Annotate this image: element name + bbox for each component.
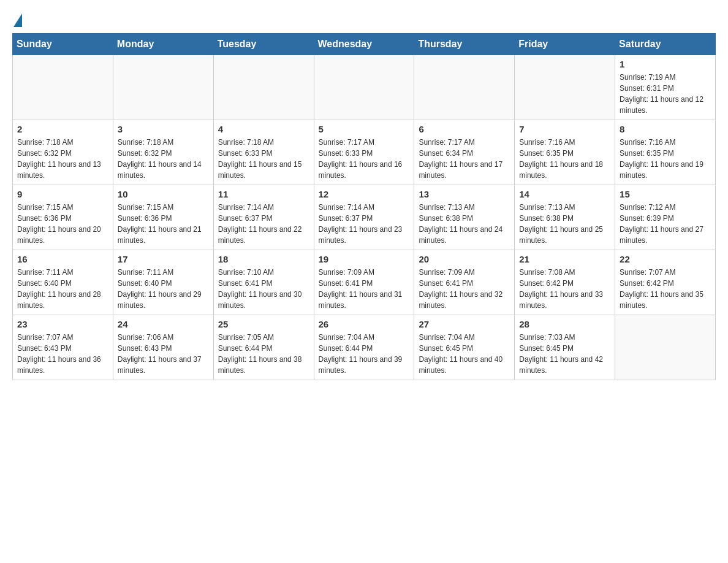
calendar-cell: 16Sunrise: 7:11 AM Sunset: 6:40 PM Dayli… <box>13 250 113 315</box>
calendar-cell: 12Sunrise: 7:14 AM Sunset: 6:37 PM Dayli… <box>314 185 414 250</box>
day-info: Sunrise: 7:15 AM Sunset: 6:36 PM Dayligh… <box>118 202 209 246</box>
calendar-cell <box>213 55 314 120</box>
calendar-header-row: SundayMondayTuesdayWednesdayThursdayFrid… <box>13 34 716 55</box>
day-info: Sunrise: 7:18 AM Sunset: 6:33 PM Dayligh… <box>218 137 309 181</box>
calendar-cell: 7Sunrise: 7:16 AM Sunset: 6:35 PM Daylig… <box>515 120 615 185</box>
day-info: Sunrise: 7:17 AM Sunset: 6:34 PM Dayligh… <box>419 137 510 181</box>
day-info: Sunrise: 7:18 AM Sunset: 6:32 PM Dayligh… <box>17 137 108 181</box>
day-info: Sunrise: 7:11 AM Sunset: 6:40 PM Dayligh… <box>118 267 209 311</box>
day-number: 27 <box>419 319 510 329</box>
calendar-cell <box>314 55 414 120</box>
calendar-cell: 11Sunrise: 7:14 AM Sunset: 6:37 PM Dayli… <box>213 185 314 250</box>
day-info: Sunrise: 7:11 AM Sunset: 6:40 PM Dayligh… <box>17 267 108 311</box>
logo <box>12 12 25 27</box>
day-number: 25 <box>218 319 309 329</box>
day-info: Sunrise: 7:18 AM Sunset: 6:32 PM Dayligh… <box>118 137 209 181</box>
day-number: 17 <box>118 254 209 264</box>
day-header-sunday: Sunday <box>13 34 113 55</box>
day-number: 13 <box>419 189 510 199</box>
day-number: 15 <box>620 189 711 199</box>
calendar-cell: 24Sunrise: 7:06 AM Sunset: 6:43 PM Dayli… <box>113 315 213 380</box>
calendar-cell: 21Sunrise: 7:08 AM Sunset: 6:42 PM Dayli… <box>515 250 615 315</box>
calendar-cell <box>515 55 615 120</box>
day-info: Sunrise: 7:07 AM Sunset: 6:42 PM Dayligh… <box>620 267 711 311</box>
day-number: 12 <box>319 189 410 199</box>
day-info: Sunrise: 7:06 AM Sunset: 6:43 PM Dayligh… <box>118 332 209 376</box>
calendar-cell: 17Sunrise: 7:11 AM Sunset: 6:40 PM Dayli… <box>113 250 213 315</box>
calendar-cell: 27Sunrise: 7:04 AM Sunset: 6:45 PM Dayli… <box>414 315 515 380</box>
day-info: Sunrise: 7:03 AM Sunset: 6:45 PM Dayligh… <box>519 332 610 376</box>
calendar-week-row: 23Sunrise: 7:07 AM Sunset: 6:43 PM Dayli… <box>13 315 716 380</box>
day-number: 11 <box>218 189 309 199</box>
day-info: Sunrise: 7:14 AM Sunset: 6:37 PM Dayligh… <box>319 202 410 246</box>
day-number: 23 <box>17 319 108 329</box>
calendar-cell: 10Sunrise: 7:15 AM Sunset: 6:36 PM Dayli… <box>113 185 213 250</box>
day-number: 14 <box>519 189 610 199</box>
calendar-cell: 4Sunrise: 7:18 AM Sunset: 6:33 PM Daylig… <box>213 120 314 185</box>
day-number: 26 <box>319 319 410 329</box>
calendar-cell <box>615 315 716 380</box>
day-info: Sunrise: 7:19 AM Sunset: 6:31 PM Dayligh… <box>620 72 711 116</box>
day-number: 21 <box>519 254 610 264</box>
calendar-cell: 1Sunrise: 7:19 AM Sunset: 6:31 PM Daylig… <box>615 55 716 120</box>
calendar-cell: 26Sunrise: 7:04 AM Sunset: 6:44 PM Dayli… <box>314 315 414 380</box>
day-header-friday: Friday <box>515 34 615 55</box>
logo-triangle-icon <box>13 13 22 27</box>
day-number: 4 <box>218 124 309 134</box>
calendar-cell: 28Sunrise: 7:03 AM Sunset: 6:45 PM Dayli… <box>515 315 615 380</box>
calendar-week-row: 1Sunrise: 7:19 AM Sunset: 6:31 PM Daylig… <box>13 55 716 120</box>
calendar-cell: 3Sunrise: 7:18 AM Sunset: 6:32 PM Daylig… <box>113 120 213 185</box>
calendar-cell: 20Sunrise: 7:09 AM Sunset: 6:41 PM Dayli… <box>414 250 515 315</box>
calendar-cell: 6Sunrise: 7:17 AM Sunset: 6:34 PM Daylig… <box>414 120 515 185</box>
calendar-table: SundayMondayTuesdayWednesdayThursdayFrid… <box>12 33 716 380</box>
calendar-cell: 14Sunrise: 7:13 AM Sunset: 6:38 PM Dayli… <box>515 185 615 250</box>
day-number: 22 <box>620 254 711 264</box>
day-number: 7 <box>519 124 610 134</box>
day-number: 9 <box>17 189 108 199</box>
calendar-week-row: 9Sunrise: 7:15 AM Sunset: 6:36 PM Daylig… <box>13 185 716 250</box>
day-info: Sunrise: 7:15 AM Sunset: 6:36 PM Dayligh… <box>17 202 108 246</box>
day-info: Sunrise: 7:16 AM Sunset: 6:35 PM Dayligh… <box>620 137 711 181</box>
day-header-saturday: Saturday <box>615 34 716 55</box>
calendar-cell <box>13 55 113 120</box>
day-info: Sunrise: 7:12 AM Sunset: 6:39 PM Dayligh… <box>620 202 711 246</box>
day-info: Sunrise: 7:09 AM Sunset: 6:41 PM Dayligh… <box>419 267 510 311</box>
day-header-thursday: Thursday <box>414 34 515 55</box>
calendar-cell: 15Sunrise: 7:12 AM Sunset: 6:39 PM Dayli… <box>615 185 716 250</box>
day-info: Sunrise: 7:07 AM Sunset: 6:43 PM Dayligh… <box>17 332 108 376</box>
day-number: 16 <box>17 254 108 264</box>
day-header-tuesday: Tuesday <box>213 34 314 55</box>
day-number: 10 <box>118 189 209 199</box>
day-info: Sunrise: 7:14 AM Sunset: 6:37 PM Dayligh… <box>218 202 309 246</box>
day-info: Sunrise: 7:13 AM Sunset: 6:38 PM Dayligh… <box>519 202 610 246</box>
day-info: Sunrise: 7:16 AM Sunset: 6:35 PM Dayligh… <box>519 137 610 181</box>
day-header-wednesday: Wednesday <box>314 34 414 55</box>
day-number: 28 <box>519 319 610 329</box>
day-number: 8 <box>620 124 711 134</box>
day-info: Sunrise: 7:10 AM Sunset: 6:41 PM Dayligh… <box>218 267 309 311</box>
calendar-week-row: 16Sunrise: 7:11 AM Sunset: 6:40 PM Dayli… <box>13 250 716 315</box>
page-header <box>12 12 716 27</box>
day-info: Sunrise: 7:04 AM Sunset: 6:45 PM Dayligh… <box>419 332 510 376</box>
day-number: 20 <box>419 254 510 264</box>
day-number: 1 <box>620 59 711 69</box>
day-number: 18 <box>218 254 309 264</box>
day-info: Sunrise: 7:05 AM Sunset: 6:44 PM Dayligh… <box>218 332 309 376</box>
calendar-cell: 25Sunrise: 7:05 AM Sunset: 6:44 PM Dayli… <box>213 315 314 380</box>
calendar-cell: 22Sunrise: 7:07 AM Sunset: 6:42 PM Dayli… <box>615 250 716 315</box>
day-number: 5 <box>319 124 410 134</box>
calendar-cell <box>113 55 213 120</box>
calendar-cell <box>414 55 515 120</box>
day-info: Sunrise: 7:13 AM Sunset: 6:38 PM Dayligh… <box>419 202 510 246</box>
calendar-cell: 13Sunrise: 7:13 AM Sunset: 6:38 PM Dayli… <box>414 185 515 250</box>
day-header-monday: Monday <box>113 34 213 55</box>
day-number: 3 <box>118 124 209 134</box>
calendar-cell: 8Sunrise: 7:16 AM Sunset: 6:35 PM Daylig… <box>615 120 716 185</box>
calendar-cell: 19Sunrise: 7:09 AM Sunset: 6:41 PM Dayli… <box>314 250 414 315</box>
day-number: 19 <box>319 254 410 264</box>
day-info: Sunrise: 7:09 AM Sunset: 6:41 PM Dayligh… <box>319 267 410 311</box>
day-info: Sunrise: 7:17 AM Sunset: 6:33 PM Dayligh… <box>319 137 410 181</box>
day-info: Sunrise: 7:04 AM Sunset: 6:44 PM Dayligh… <box>319 332 410 376</box>
day-number: 6 <box>419 124 510 134</box>
day-number: 24 <box>118 319 209 329</box>
